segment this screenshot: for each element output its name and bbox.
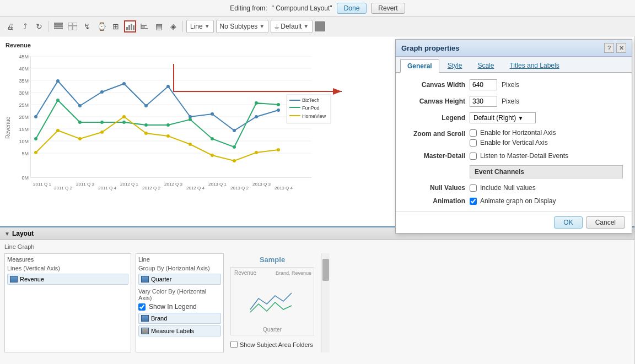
default-arrow: ▼ — [303, 23, 309, 29]
column-icon[interactable]: ▤ — [153, 20, 165, 32]
svg-text:25M: 25M — [19, 102, 29, 108]
zoom-vertical-checkbox[interactable] — [470, 139, 477, 146]
animate-row: Animate graph on Display — [470, 197, 556, 205]
subtype-dropdown[interactable]: No Subtypes ▼ — [216, 20, 269, 33]
zoom-scroll-row: Zoom and Scroll Enable for Horizontal Ax… — [405, 129, 623, 146]
line-dropdown[interactable]: Line ▼ — [186, 20, 214, 33]
editing-from-text: Editing from: — [230, 4, 267, 12]
graph-selected-icon[interactable] — [124, 20, 136, 32]
show-in-legend-row: Show In Legend — [138, 303, 221, 311]
lines-axis-label: Lines (Vertical Axis) — [7, 265, 128, 271]
show-folders-label: Show Subject Area Folders — [240, 341, 313, 348]
scrollbar[interactable] — [321, 253, 330, 352]
show-folders-row: Show Subject Area Folders — [230, 339, 314, 350]
tab-titles-labels[interactable]: Titles and Labels — [502, 59, 566, 72]
svg-rect-8 — [128, 25, 130, 30]
chart-svg: Revenue 45M 40M 35M 30M 25M 20M 15M — [6, 51, 333, 194]
cancel-button[interactable]: Cancel — [586, 216, 625, 229]
svg-point-73 — [277, 103, 280, 106]
zoom-vertical-row: Enable for Vertical Axis — [470, 139, 556, 146]
zoom-horizontal-row: Enable for Horizontal Axis — [470, 129, 556, 137]
animate-checkbox[interactable] — [470, 198, 477, 205]
show-in-legend-checkbox[interactable] — [138, 303, 146, 311]
svg-text:5M: 5M — [21, 151, 29, 156]
canvas-width-input[interactable] — [470, 79, 497, 90]
svg-point-61 — [277, 108, 280, 112]
layout-columns: Measures Lines (Vertical Axis) Revenue L… — [4, 253, 630, 352]
brand-item[interactable]: Brand — [138, 313, 221, 324]
measures-col: Measures Lines (Vertical Axis) Revenue — [4, 253, 131, 352]
listen-master-label: Listen to Master-Detail Events — [480, 152, 568, 160]
canvas-height-label: Canvas Height — [405, 97, 465, 105]
listen-master-checkbox[interactable] — [470, 153, 477, 160]
quarter-label: Quarter — [151, 276, 171, 282]
svg-point-71 — [233, 145, 236, 149]
line-label: Line — [190, 23, 203, 30]
tab-general[interactable]: General — [400, 59, 439, 73]
revert-button[interactable]: Revert — [371, 3, 405, 14]
bar-icon[interactable] — [138, 20, 150, 32]
svg-point-54 — [122, 82, 126, 85]
show-folders-checkbox[interactable] — [230, 341, 238, 348]
close-icon[interactable]: ✕ — [616, 43, 626, 53]
treemap-icon[interactable]: ⊞ — [110, 20, 122, 32]
svg-rect-3 — [68, 23, 72, 25]
quarter-icon — [141, 276, 149, 282]
svg-text:20M: 20M — [19, 115, 29, 120]
svg-text:0M: 0M — [21, 175, 29, 181]
animation-label: Animation — [405, 197, 465, 205]
include-null-checkbox[interactable] — [470, 184, 477, 192]
legend-label: Legend — [405, 114, 465, 122]
sample-y-label: Revenue — [234, 270, 256, 276]
svg-point-82 — [211, 154, 214, 157]
print-icon[interactable]: 🖨 — [4, 20, 17, 32]
refresh-icon[interactable]: ↻ — [33, 20, 45, 32]
spacer — [405, 165, 465, 178]
canvas-height-input[interactable] — [470, 96, 497, 107]
main-area: Revenue Revenue 45M 40M — [0, 36, 635, 364]
table-icon[interactable] — [52, 20, 64, 32]
canvas-width-label: Canvas Width — [405, 81, 465, 89]
svg-text:45M: 45M — [19, 54, 29, 59]
pivot-icon[interactable] — [67, 20, 79, 32]
editing-bar: Editing from: " Compound Layout" Done Re… — [0, 0, 635, 17]
line-arrow: ▼ — [205, 23, 210, 29]
done-button[interactable]: Done — [337, 3, 367, 14]
svg-point-60 — [255, 115, 258, 118]
layout-body: Line Graph Measures Lines (Vertical Axis… — [0, 240, 634, 355]
help-icon[interactable]: ? — [604, 43, 614, 53]
funnel-icon[interactable]: ↯ — [81, 20, 93, 32]
collapse-icon: ▼ — [4, 231, 10, 237]
zoom-horizontal-checkbox[interactable] — [470, 129, 477, 137]
svg-point-79 — [144, 132, 148, 135]
sample-chart: Revenue Brand, Revenue Quarter — [230, 267, 314, 335]
revenue-item[interactable]: Revenue — [7, 274, 128, 285]
export-icon[interactable]: ⤴ — [19, 20, 31, 32]
brand-label: Brand — [151, 315, 167, 322]
gauge-icon[interactable]: ⌚ — [95, 20, 107, 32]
canvas-width-unit: Pixels — [502, 81, 519, 89]
default-dropdown[interactable]: ⏚ Default ▼ — [271, 20, 313, 33]
svg-point-66 — [122, 121, 126, 124]
layout-title: Layout — [12, 230, 34, 237]
svg-point-72 — [255, 101, 258, 105]
sample-svg — [245, 285, 300, 318]
graph-props-panel: Graph properties ? ✕ General Style Scale… — [395, 39, 632, 233]
master-detail-row: Master-Detail Listen to Master-Detail Ev… — [405, 152, 623, 160]
svg-rect-4 — [73, 23, 77, 25]
legend-dropdown[interactable]: Default (Right) ▼ — [470, 112, 536, 123]
measure-labels-item[interactable]: Measure Labels — [138, 325, 221, 336]
map-icon[interactable]: ◈ — [167, 20, 179, 32]
svg-rect-7 — [126, 27, 128, 30]
ok-button[interactable]: OK — [554, 216, 582, 229]
include-null-label: Include Null values — [480, 184, 536, 192]
revenue-label: Revenue — [20, 276, 44, 282]
svg-text:15M: 15M — [19, 127, 29, 132]
quarter-item[interactable]: Quarter — [138, 274, 221, 285]
legend-row: Legend Default (Right) ▼ — [405, 112, 623, 123]
panel-header: Graph properties ? ✕ — [396, 40, 632, 57]
tab-style[interactable]: Style — [440, 59, 470, 72]
tab-scale[interactable]: Scale — [470, 59, 501, 72]
canvas-width-row: Canvas Width Pixels — [405, 79, 623, 90]
color-box[interactable] — [315, 21, 325, 31]
